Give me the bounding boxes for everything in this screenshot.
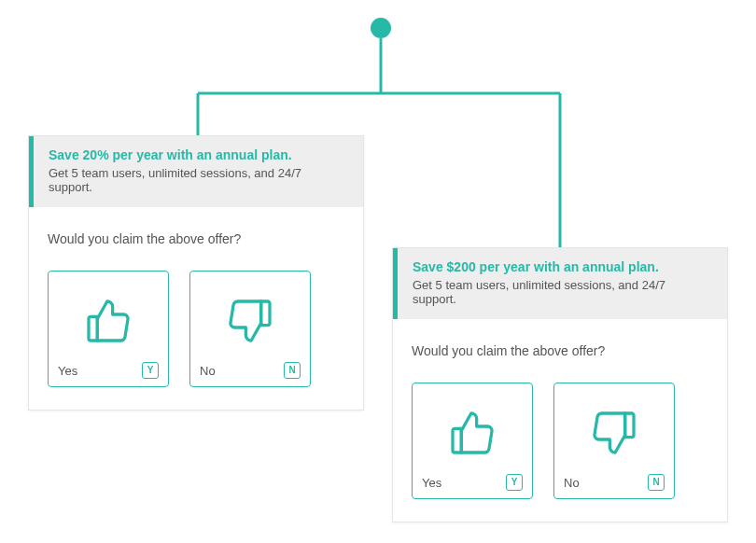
- thumbs-down-icon: [564, 391, 665, 474]
- choice-footer: No N: [564, 474, 665, 491]
- yes-choice[interactable]: Yes Y: [412, 383, 533, 499]
- yes-label: Yes: [58, 364, 77, 378]
- offer-subtitle: Get 5 team users, unlimited sessions, an…: [413, 278, 712, 306]
- variant-card-b: Save $200 per year with an annual plan. …: [392, 247, 728, 522]
- yes-choice[interactable]: Yes Y: [48, 271, 169, 387]
- no-choice[interactable]: No N: [553, 383, 675, 499]
- choice-footer: Yes Y: [422, 474, 523, 491]
- thumbs-down-icon: [200, 279, 301, 362]
- offer-title: Save $200 per year with an annual plan.: [413, 259, 712, 274]
- key-hint-n: N: [284, 362, 301, 379]
- survey-question: Would you claim the above offer?: [48, 231, 344, 246]
- no-label: No: [200, 364, 216, 378]
- no-label: No: [564, 476, 580, 490]
- key-hint-y: Y: [142, 362, 159, 379]
- choices-row: Yes Y No N: [48, 271, 344, 387]
- offer-banner: Save $200 per year with an annual plan. …: [393, 248, 727, 319]
- no-choice[interactable]: No N: [189, 271, 311, 387]
- yes-label: Yes: [422, 476, 441, 490]
- offer-banner: Save 20% per year with an annual plan. G…: [29, 136, 363, 207]
- variant-card-a: Save 20% per year with an annual plan. G…: [28, 135, 364, 411]
- offer-subtitle: Get 5 team users, unlimited sessions, an…: [49, 166, 348, 194]
- choice-footer: Yes Y: [58, 362, 159, 379]
- svg-point-0: [371, 18, 391, 38]
- survey-question: Would you claim the above offer?: [412, 343, 708, 358]
- thumbs-up-icon: [422, 391, 523, 474]
- card-body: Would you claim the above offer? Yes Y: [29, 207, 363, 410]
- choices-row: Yes Y No N: [412, 383, 708, 499]
- thumbs-up-icon: [58, 279, 159, 362]
- card-body: Would you claim the above offer? Yes Y: [393, 319, 727, 522]
- choice-footer: No N: [200, 362, 301, 379]
- offer-title: Save 20% per year with an annual plan.: [49, 147, 348, 162]
- key-hint-y: Y: [506, 474, 523, 491]
- key-hint-n: N: [648, 474, 665, 491]
